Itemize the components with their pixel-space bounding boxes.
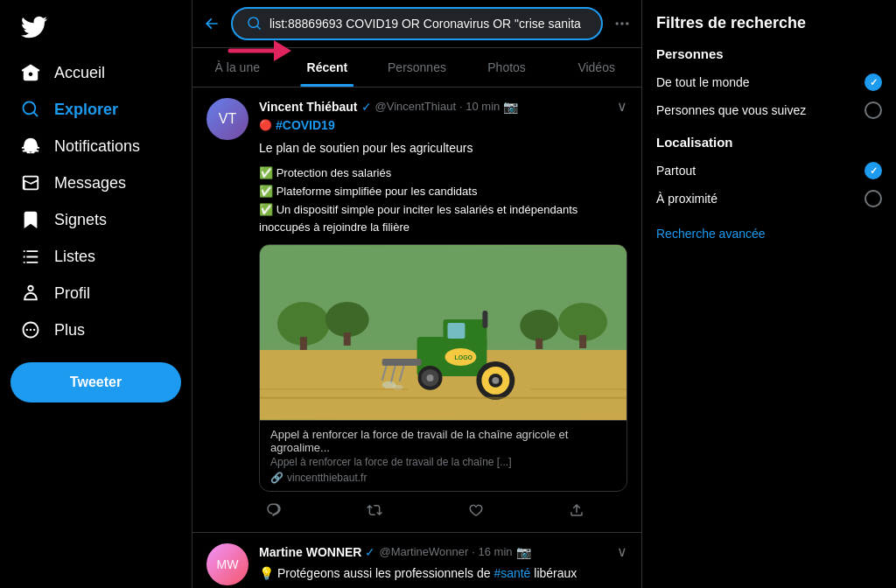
filter-option-suivez[interactable]: Personnes que vous suivez bbox=[656, 96, 882, 124]
sidebar-item-listes-label: Listes bbox=[54, 248, 95, 266]
svg-rect-11 bbox=[536, 339, 542, 349]
tweet-card-caption: Appel à renforcer la force de travail de… bbox=[260, 420, 626, 491]
tweet-tagline: Le plan de soutien pour les agriculteurs bbox=[259, 139, 627, 158]
back-arrow-icon bbox=[203, 15, 220, 32]
reply-button[interactable] bbox=[259, 499, 289, 522]
tweet-author: Vincent Thiébaut bbox=[259, 100, 358, 114]
person-icon bbox=[21, 284, 40, 303]
svg-point-10 bbox=[520, 310, 558, 341]
expand-icon[interactable]: ∨ bbox=[617, 98, 627, 115]
verified-badge-2: ✓ bbox=[365, 545, 375, 559]
svg-text:LOGO: LOGO bbox=[454, 354, 472, 360]
radio-partout[interactable] bbox=[864, 162, 882, 179]
twitter-logo-icon bbox=[21, 14, 47, 40]
sidebar: Accueil Explorer Notifications Messages … bbox=[0, 0, 192, 588]
share-icon bbox=[569, 502, 584, 518]
red-dot-icon: 🔴 bbox=[259, 119, 272, 131]
more-horizontal-icon bbox=[613, 15, 631, 32]
svg-rect-15 bbox=[482, 311, 487, 328]
explorer-icon bbox=[21, 100, 40, 119]
like-icon bbox=[468, 502, 484, 518]
sidebar-item-profil[interactable]: Profil bbox=[10, 275, 181, 312]
tweet-card-image: LOGO bbox=[260, 245, 626, 420]
tab-photos[interactable]: Photos bbox=[462, 48, 552, 87]
list-icon bbox=[21, 247, 40, 266]
filter-label-tout: De tout le monde bbox=[656, 75, 750, 89]
tab-a-la-une[interactable]: À la une bbox=[192, 48, 283, 87]
sidebar-item-messages-label: Messages bbox=[54, 174, 126, 192]
back-button[interactable] bbox=[203, 15, 220, 32]
tweet-body-2: Martine WONNER ✓ @MartineWonner · 16 min… bbox=[259, 543, 627, 588]
like-button[interactable] bbox=[461, 499, 491, 522]
sidebar-item-accueil[interactable]: Accueil bbox=[10, 54, 181, 91]
search-header bbox=[192, 0, 641, 48]
tweet-button[interactable]: Tweeter bbox=[10, 362, 181, 402]
sidebar-item-listes[interactable]: Listes bbox=[10, 238, 181, 275]
svg-point-22 bbox=[492, 377, 499, 384]
svg-rect-5 bbox=[300, 337, 307, 350]
sidebar-item-plus-label: Plus bbox=[54, 321, 85, 340]
home-icon bbox=[21, 63, 40, 82]
sidebar-item-signets-label: Signets bbox=[54, 211, 107, 229]
camera-icon: 📷 bbox=[503, 100, 518, 114]
tweet-time: · 10 min bbox=[459, 100, 500, 113]
tweet-handle-2: @MartineWonner bbox=[379, 545, 468, 558]
advanced-search-link[interactable]: Recherche avancée bbox=[656, 227, 882, 241]
hashtag-sante: #santé bbox=[494, 566, 530, 580]
tweet-item: VT Vincent Thiébaut ✓ @VincentThiaut · 1… bbox=[192, 88, 641, 533]
svg-rect-23 bbox=[382, 359, 422, 366]
tweet-item-2: MW Martine WONNER ✓ @MartineWonner · 16 … bbox=[192, 533, 641, 588]
main-content: À la une Récent Personnes Photos Vidéos … bbox=[192, 0, 642, 588]
bell-icon bbox=[21, 136, 40, 156]
search-bar[interactable] bbox=[231, 7, 603, 40]
filter-option-partout[interactable]: Partout bbox=[656, 157, 882, 185]
tab-personnes[interactable]: Personnes bbox=[372, 48, 462, 87]
tweet-card-link: 🔗 vincentthiebaut.fr bbox=[270, 472, 616, 484]
tweet-meta: Vincent Thiébaut ✓ @VincentThiaut · 10 m… bbox=[259, 98, 627, 115]
search-tabs: À la une Récent Personnes Photos Vidéos bbox=[192, 48, 641, 88]
tab-recent[interactable]: Récent bbox=[283, 48, 373, 87]
retweet-button[interactable] bbox=[360, 499, 389, 522]
retweet-icon bbox=[367, 502, 382, 518]
avatar-2: MW bbox=[206, 543, 248, 585]
svg-rect-7 bbox=[344, 332, 351, 346]
sidebar-item-notifications-label: Notifications bbox=[54, 137, 140, 156]
sidebar-item-plus[interactable]: Plus bbox=[10, 312, 181, 348]
share-button[interactable] bbox=[562, 499, 592, 522]
tweet-actions bbox=[259, 499, 592, 522]
filter-label-suivez: Personnes que vous suivez bbox=[656, 103, 806, 117]
tweet-author-2: Martine WONNER bbox=[259, 545, 361, 559]
reply-icon bbox=[266, 502, 282, 518]
radio-suivez[interactable] bbox=[864, 102, 882, 119]
filter-option-tout-le-monde[interactable]: De tout le monde bbox=[656, 68, 882, 96]
svg-rect-9 bbox=[579, 335, 586, 348]
right-panel: Filtres de recherche Personnes De tout l… bbox=[642, 0, 896, 588]
sidebar-item-explorer-label: Explorer bbox=[54, 101, 118, 119]
tweet-checklist: ✅ Protection des salariés ✅ Plateforme s… bbox=[259, 164, 627, 237]
sidebar-item-profil-label: Profil bbox=[54, 284, 90, 303]
sidebar-item-explorer[interactable]: Explorer bbox=[10, 91, 181, 128]
camera-icon-2: 📷 bbox=[516, 545, 531, 559]
svg-point-18 bbox=[427, 374, 434, 382]
tweet-meta-2: Martine WONNER ✓ @MartineWonner · 16 min… bbox=[259, 543, 627, 560]
radio-tout-le-monde[interactable] bbox=[864, 74, 882, 91]
personnes-section-label: Personnes bbox=[656, 46, 882, 61]
svg-point-6 bbox=[326, 302, 369, 337]
filter-label-partout: Partout bbox=[656, 164, 696, 178]
radio-proximite[interactable] bbox=[864, 190, 882, 207]
more-circle-icon bbox=[21, 320, 40, 340]
verified-badge: ✓ bbox=[361, 100, 372, 114]
filter-option-proximite[interactable]: À proximité bbox=[656, 185, 882, 213]
sidebar-item-messages[interactable]: Messages bbox=[10, 164, 181, 201]
sidebar-item-signets[interactable]: Signets bbox=[10, 201, 181, 238]
twitter-logo bbox=[10, 7, 181, 51]
search-input[interactable] bbox=[270, 17, 587, 31]
sidebar-item-notifications[interactable]: Notifications bbox=[10, 128, 181, 164]
tweet-text-2: 💡 Protégeons aussi les professionnels de… bbox=[259, 564, 627, 588]
covid-badge: 🔴 #COVID19 bbox=[259, 118, 335, 132]
tweet-card[interactable]: LOGO Appel à renforcer la force de trava… bbox=[259, 244, 627, 492]
more-options-button[interactable] bbox=[613, 15, 631, 32]
tab-videos[interactable]: Vidéos bbox=[551, 48, 641, 87]
expand-icon-2[interactable]: ∨ bbox=[617, 543, 627, 560]
filter-label-proximite: À proximité bbox=[656, 192, 718, 206]
